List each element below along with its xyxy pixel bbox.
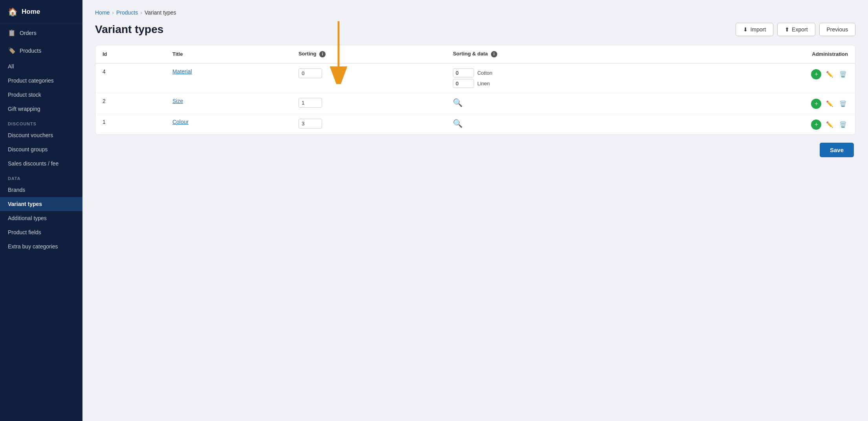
search-icon[interactable]: 🔍 <box>453 98 463 107</box>
add-button[interactable]: ＋ <box>811 69 821 79</box>
cell-title: Material <box>165 63 291 93</box>
sidebar-discount-groups-label: Discount groups <box>8 146 48 153</box>
import-icon: ⬇ <box>743 26 748 33</box>
sidebar-item-all[interactable]: All <box>0 59 82 74</box>
sidebar-item-discount-groups[interactable]: Discount groups <box>0 142 82 156</box>
variant-types-table-card: Id Title Sorting i Sorting & data i Admi… <box>95 45 855 135</box>
sort-data-input[interactable] <box>453 79 474 88</box>
sidebar-product-categories-label: Product categories <box>8 77 54 84</box>
breadcrumb-products[interactable]: Products <box>116 9 138 16</box>
delete-button[interactable]: 🗑️ <box>838 99 848 109</box>
search-icon[interactable]: 🔍 <box>453 119 463 128</box>
sorting-data-info-icon[interactable]: i <box>491 51 497 57</box>
cell-sorting <box>291 114 446 134</box>
cell-administration: ＋✏️🗑️ <box>664 93 855 114</box>
cell-id: 2 <box>95 93 165 114</box>
sidebar-home[interactable]: 🏠 Home <box>0 0 82 24</box>
breadcrumb-home[interactable]: Home <box>95 9 110 16</box>
header-actions: ⬇ Import ⬆ Export Previous <box>736 23 855 36</box>
title-link[interactable]: Material <box>172 68 192 75</box>
sidebar-item-variant-types[interactable]: Variant types <box>0 197 82 211</box>
sidebar-item-sales-discounts[interactable]: Sales discounts / fee <box>0 156 82 171</box>
orders-icon: 📋 <box>8 29 16 37</box>
sidebar-product-stock-label: Product stock <box>8 92 41 98</box>
export-label: Export <box>792 26 808 33</box>
sort-data-label: Cotton <box>477 70 492 76</box>
cell-administration: ＋✏️🗑️ <box>664 114 855 134</box>
sidebar-variant-types-label: Variant types <box>8 201 42 207</box>
delete-button[interactable]: 🗑️ <box>838 69 848 79</box>
sidebar-brands-label: Brands <box>8 187 25 193</box>
sidebar-home-label: Home <box>22 8 40 16</box>
sidebar-gift-wrapping-label: Gift wrapping <box>8 106 40 112</box>
cell-sorting <box>291 93 446 114</box>
title-link[interactable]: Colour <box>172 119 189 125</box>
content-wrapper: Id Title Sorting i Sorting & data i Admi… <box>95 45 855 157</box>
home-icon: 🏠 <box>8 7 18 17</box>
breadcrumb: Home › Products › Variant types <box>95 9 855 16</box>
sorting-input[interactable] <box>298 68 322 78</box>
breadcrumb-sep-1: › <box>112 9 114 16</box>
col-administration: Administration <box>664 45 855 63</box>
sidebar-item-product-stock[interactable]: Product stock <box>0 88 82 102</box>
sidebar-all-label: All <box>8 63 14 70</box>
breadcrumb-sep-2: › <box>140 9 142 16</box>
export-icon: ⬆ <box>785 26 789 33</box>
sidebar-item-products[interactable]: 🏷️ Products <box>0 42 82 59</box>
delete-button[interactable]: 🗑️ <box>838 119 848 130</box>
sidebar-sales-discounts-label: Sales discounts / fee <box>8 160 59 167</box>
sorting-input[interactable] <box>298 119 322 129</box>
sidebar-extra-buy-categories-label: Extra buy categories <box>8 243 58 250</box>
table-row: 2Size🔍＋✏️🗑️ <box>95 93 855 114</box>
sorting-info-icon[interactable]: i <box>319 51 326 57</box>
col-title: Title <box>165 45 291 63</box>
cell-sorting-data: 🔍 <box>446 93 664 114</box>
add-button[interactable]: ＋ <box>811 119 821 130</box>
cell-title: Colour <box>165 114 291 134</box>
export-button[interactable]: ⬆ Export <box>777 23 815 36</box>
cell-title: Size <box>165 93 291 114</box>
previous-button[interactable]: Previous <box>819 23 855 36</box>
cell-sorting-data: 🔍 <box>446 114 664 134</box>
sidebar-item-product-categories[interactable]: Product categories <box>0 74 82 88</box>
sidebar-item-gift-wrapping[interactable]: Gift wrapping <box>0 102 82 116</box>
cell-sorting-data: CottonLinen <box>446 63 664 93</box>
sidebar-item-discount-vouchers[interactable]: Discount vouchers <box>0 128 82 142</box>
col-id: Id <box>95 45 165 63</box>
sort-data-input[interactable] <box>453 68 474 77</box>
sidebar-item-orders[interactable]: 📋 Orders <box>0 24 82 42</box>
cell-administration: ＋✏️🗑️ <box>664 63 855 93</box>
edit-button[interactable]: ✏️ <box>824 99 835 109</box>
sorting-input[interactable] <box>298 98 322 108</box>
sidebar-item-extra-buy-categories[interactable]: Extra buy categories <box>0 239 82 254</box>
edit-button[interactable]: ✏️ <box>824 69 835 79</box>
products-icon: 🏷️ <box>8 47 16 54</box>
import-label: Import <box>750 26 766 33</box>
col-sorting-data: Sorting & data i <box>446 45 664 63</box>
sidebar: 🏠 Home 📋 Orders 🏷️ Products All Product … <box>0 0 82 421</box>
title-link[interactable]: Size <box>172 98 183 104</box>
import-button[interactable]: ⬇ Import <box>736 23 773 36</box>
sort-data-label: Linen <box>477 81 490 86</box>
breadcrumb-current: Variant types <box>145 9 176 16</box>
sidebar-discount-vouchers-label: Discount vouchers <box>8 132 53 138</box>
sidebar-additional-types-label: Additional types <box>8 215 47 221</box>
sidebar-item-additional-types[interactable]: Additional types <box>0 211 82 225</box>
table-header-row: Id Title Sorting i Sorting & data i Admi… <box>95 45 855 63</box>
content-area: Home › Products › Variant types Variant … <box>82 0 868 421</box>
edit-button[interactable]: ✏️ <box>824 119 835 130</box>
sidebar-orders-label: Orders <box>20 30 37 36</box>
previous-label: Previous <box>827 26 848 33</box>
save-button[interactable]: Save <box>820 143 854 157</box>
page-title: Variant types <box>95 23 163 36</box>
cell-sorting <box>291 63 446 93</box>
page-header: Variant types ⬇ Import ⬆ Export Previous <box>95 23 855 36</box>
discounts-section-label: DISCOUNTS <box>0 116 82 128</box>
table-row: 1Colour🔍＋✏️🗑️ <box>95 114 855 134</box>
cell-id: 4 <box>95 63 165 93</box>
add-button[interactable]: ＋ <box>811 99 821 109</box>
table-row: 4MaterialCottonLinen＋✏️🗑️ <box>95 63 855 93</box>
sidebar-item-brands[interactable]: Brands <box>0 183 82 197</box>
sidebar-item-product-fields[interactable]: Product fields <box>0 225 82 239</box>
variant-types-table: Id Title Sorting i Sorting & data i Admi… <box>95 45 855 134</box>
